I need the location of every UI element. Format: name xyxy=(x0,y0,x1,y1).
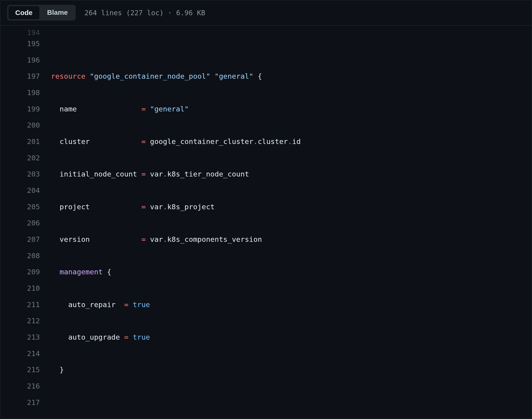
line-number[interactable]: 196 xyxy=(0,52,42,68)
attr: name xyxy=(51,105,142,113)
attr: cluster xyxy=(51,137,142,145)
code-line: cluster = google_container_cluster.clust… xyxy=(51,133,301,150)
line-number[interactable]: 203 xyxy=(0,166,42,182)
attr: auto_repair xyxy=(51,301,124,309)
identifier: var xyxy=(146,203,163,211)
attr: version xyxy=(51,235,142,243)
line-number[interactable]: 205 xyxy=(0,199,42,215)
code-line: resource "google_container_node_pool" "g… xyxy=(51,68,301,84)
operator: = xyxy=(124,333,129,341)
line-number[interactable]: 206 xyxy=(0,215,42,231)
view-tab-group: Code Blame xyxy=(7,5,76,21)
dot: . xyxy=(163,203,167,211)
identifier: google_container_cluster xyxy=(146,137,254,145)
brace: { xyxy=(253,72,262,80)
line-number[interactable]: 210 xyxy=(0,280,42,297)
line-number[interactable]: 198 xyxy=(0,84,42,101)
code-area: 194 195 196 197 198 199 200 201 202 203 … xyxy=(0,25,532,419)
keyword: resource xyxy=(51,72,85,80)
file-viewer-panel: Code Blame 264 lines (227 loc) · 6.96 KB… xyxy=(0,0,532,419)
string: "general" xyxy=(215,72,253,80)
line-number[interactable]: 213 xyxy=(0,329,42,345)
identifier: var xyxy=(146,235,163,243)
file-toolbar: Code Blame 264 lines (227 loc) · 6.96 KB xyxy=(0,0,532,25)
brace: { xyxy=(103,268,111,276)
dot: . xyxy=(253,137,258,145)
line-number[interactable]: 215 xyxy=(0,362,42,378)
code-line: } xyxy=(51,362,301,378)
file-info-text: 264 lines (227 loc) · 6.96 KB xyxy=(84,9,205,17)
operator: = xyxy=(142,170,146,178)
code-line: name = "general" xyxy=(51,101,301,117)
line-number[interactable]: 216 xyxy=(0,378,42,394)
line-number[interactable]: 211 xyxy=(0,297,42,313)
line-number[interactable]: 194 xyxy=(0,28,42,36)
attr: project xyxy=(51,203,142,211)
identifier: k8s_components_version xyxy=(167,235,262,243)
tab-code[interactable]: Code xyxy=(8,6,40,20)
line-number[interactable]: 207 xyxy=(0,231,42,248)
string: "general" xyxy=(146,105,189,113)
dot: . xyxy=(163,235,167,243)
line-number[interactable]: 212 xyxy=(0,313,42,329)
block-name: management xyxy=(51,268,103,276)
dot: . xyxy=(163,170,167,178)
dot: . xyxy=(288,137,292,145)
line-number[interactable]: 199 xyxy=(0,101,42,117)
operator: = xyxy=(124,301,129,309)
line-number[interactable]: 209 xyxy=(0,264,42,280)
line-number[interactable]: 202 xyxy=(0,150,42,166)
identifier: k8s_tier_node_count xyxy=(167,170,249,178)
code-line: auto_repair = true xyxy=(51,297,301,313)
identifier: k8s_project xyxy=(167,203,215,211)
code-line xyxy=(51,394,301,411)
operator: = xyxy=(142,137,146,145)
identifier: cluster xyxy=(258,137,288,145)
line-number[interactable]: 208 xyxy=(0,248,42,264)
code-line: initial_node_count = var.k8s_tier_node_c… xyxy=(51,166,301,182)
operator: = xyxy=(142,105,146,113)
constant: true xyxy=(129,301,150,309)
code-line: project = var.k8s_project xyxy=(51,199,301,215)
line-number[interactable]: 214 xyxy=(0,345,42,362)
operator: = xyxy=(142,235,146,243)
brace: } xyxy=(51,366,64,374)
tab-blame[interactable]: Blame xyxy=(40,6,75,20)
operator: = xyxy=(142,203,146,211)
attr: initial_node_count xyxy=(51,170,142,178)
line-number-gutter: 194 195 196 197 198 199 200 201 202 203 … xyxy=(0,25,51,419)
code-line: auto_upgrade = true xyxy=(51,329,301,345)
attr: auto_upgrade xyxy=(51,333,124,341)
constant: true xyxy=(129,333,150,341)
line-number[interactable]: 201 xyxy=(0,133,42,150)
identifier: id xyxy=(292,137,301,145)
string: "google_container_node_pool" xyxy=(90,72,210,80)
line-number[interactable]: 195 xyxy=(0,36,42,52)
line-number[interactable]: 197 xyxy=(0,68,42,84)
line-number[interactable]: 217 xyxy=(0,394,42,411)
line-number[interactable]: 204 xyxy=(0,182,42,199)
line-number[interactable]: 200 xyxy=(0,117,42,133)
code-line: version = var.k8s_components_version xyxy=(51,231,301,248)
code-content[interactable]: resource "google_container_node_pool" "g… xyxy=(51,25,301,419)
identifier: var xyxy=(146,170,163,178)
code-line: management { xyxy=(51,264,301,280)
